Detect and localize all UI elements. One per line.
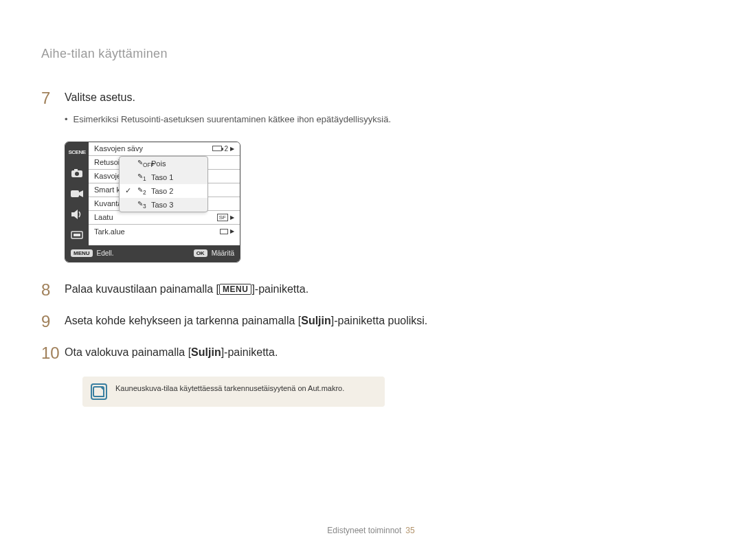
step-8: 8 Palaa kuvaustilaan painamalla [MENU]-p… (41, 282, 701, 298)
step-number: 9 (41, 313, 65, 330)
menu-button-label: MENU (71, 249, 93, 257)
popup-label: Pois (151, 159, 166, 168)
camera-icon (69, 167, 85, 179)
step-text: Valitse asetus. (65, 90, 391, 105)
svg-rect-1 (74, 169, 78, 171)
popup-item: ✎OFF Pois (120, 157, 207, 170)
step-7: 7 Valitse asetus. • Esimerkiksi Retusoin… (41, 90, 701, 126)
step-9: 9 Aseta kohde kehykseen ja tarkenna pain… (41, 313, 701, 330)
level-icon: ✎3 (137, 200, 147, 210)
popup-item: ✎1 Taso 1 (120, 170, 207, 184)
menu-label: Laatu (94, 213, 113, 221)
retouch-level-popup: ✎OFF Pois ✎1 Taso 1 ✓ ✎2 Taso 2 (119, 156, 208, 212)
menu-row: Kasvojen sävy 2▶ (89, 142, 240, 156)
note-text: Kauneuskuva-tilaa käytettäessä tarkennus… (115, 383, 344, 394)
menu-value: 2▶ (212, 145, 234, 153)
page-number: 35 (405, 526, 414, 535)
menu-label: Kasvojen sävy (94, 144, 143, 153)
svg-marker-5 (71, 210, 78, 219)
svg-marker-4 (79, 190, 83, 197)
step-text: Aseta kohde kehykseen ja tarkenna painam… (65, 313, 427, 328)
menu-row: Laatu SF▶ (89, 211, 240, 225)
menu-row: Tark.alue ▶ (89, 225, 240, 238)
camera-menu-screenshot: SCENE Kasvojen sävy 2▶ R (65, 142, 240, 262)
menu-value: SF▶ (217, 214, 234, 221)
section-title: Aihe-tilan käyttäminen (41, 47, 701, 61)
step-sub-text: Esimerkiksi Retusointi-asetuksen suurent… (74, 113, 391, 126)
note-icon (91, 383, 107, 400)
footer-section-label: Edistyneet toiminnot (327, 526, 401, 535)
step-text: Palaa kuvaustilaan painamalla [MENU]-pai… (65, 282, 308, 297)
step-number: 10 (41, 345, 65, 361)
level-icon: ✎1 (137, 172, 147, 182)
svg-point-2 (75, 172, 79, 176)
popup-item: ✓ ✎2 Taso 2 (120, 184, 207, 198)
info-note: Kauneuskuva-tilaa käytettäessä tarkennus… (82, 377, 385, 407)
svg-rect-7 (74, 234, 80, 236)
video-icon (69, 188, 85, 200)
level-icon: ✎2 (137, 186, 147, 196)
step-number: 8 (41, 282, 65, 298)
step-number: 7 (41, 90, 65, 107)
popup-label: Taso 3 (151, 201, 173, 209)
page-footer: Edistyneet toiminnot35 (0, 526, 742, 535)
scene-icon: SCENE (69, 146, 85, 159)
menu-label: Tark.alue (94, 227, 125, 236)
popup-item: ✎3 Taso 3 (120, 198, 207, 212)
step-10: 10 Ota valokuva painamalla [Suljin]-pain… (41, 345, 701, 361)
bullet-icon: • (65, 113, 68, 126)
step-text: Ota valokuva painamalla [Suljin]-painike… (65, 345, 278, 360)
svg-rect-3 (71, 190, 79, 197)
ok-button-label: OK (194, 249, 207, 257)
mode-icon-strip: SCENE (65, 142, 89, 245)
menu-footer: MENU Edell. OK Määritä (65, 245, 240, 262)
ok-label: Määritä (212, 249, 234, 257)
level-icon: ✎OFF (137, 159, 147, 168)
prev-label: Edell. (97, 249, 114, 257)
menu-value: ▶ (220, 228, 234, 234)
popup-label: Taso 2 (151, 187, 173, 195)
check-icon: ✓ (125, 186, 133, 195)
speaker-icon (69, 208, 85, 221)
popup-label: Taso 1 (151, 173, 173, 181)
menu-key-icon: MENU (219, 284, 251, 295)
display-icon (69, 229, 85, 241)
